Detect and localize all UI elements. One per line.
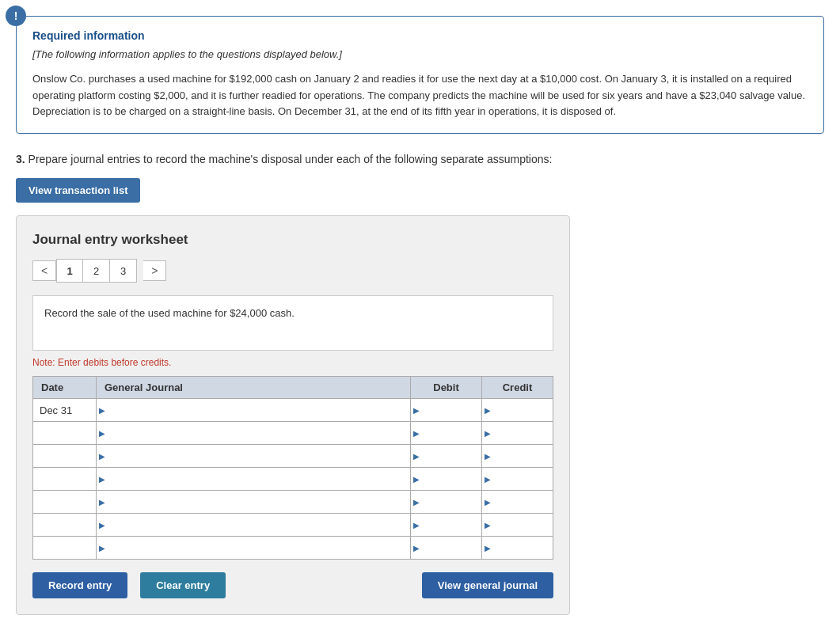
journal-input-0[interactable]: [108, 399, 410, 421]
credit-input-2[interactable]: [493, 445, 553, 467]
journal-cell-6[interactable]: ▶: [97, 537, 411, 560]
journal-arrow-3: ▶: [97, 475, 108, 484]
view-general-journal-button[interactable]: View general journal: [422, 572, 553, 598]
journal-cell-5[interactable]: ▶: [97, 514, 411, 537]
credit-cell-5[interactable]: ▶: [482, 514, 553, 537]
journal-input-2[interactable]: [108, 445, 410, 467]
table-row: ▶▶▶: [33, 468, 553, 491]
journal-arrow-0: ▶: [97, 406, 108, 415]
credit-cell-1[interactable]: ▶: [482, 422, 553, 445]
debit-cell-2[interactable]: ▶: [411, 445, 482, 468]
debit-arrow-1: ▶: [411, 429, 422, 438]
debit-cell-3[interactable]: ▶: [411, 468, 482, 491]
pagination-prev[interactable]: <: [32, 260, 56, 281]
question-line: 3. Prepare journal entries to record the…: [16, 153, 824, 165]
clear-entry-button[interactable]: Clear entry: [140, 572, 226, 598]
journal-input-5[interactable]: [108, 514, 410, 536]
debit-cell-5[interactable]: ▶: [411, 514, 482, 537]
date-cell-3: [33, 468, 97, 491]
credit-input-6[interactable]: [493, 537, 553, 559]
journal-input-1[interactable]: [108, 422, 410, 444]
debit-cell-4[interactable]: ▶: [411, 491, 482, 514]
date-cell-0: Dec 31: [33, 399, 97, 422]
journal-cell-0[interactable]: ▶: [97, 399, 411, 422]
credit-arrow-5: ▶: [482, 521, 493, 530]
credit-input-1[interactable]: [493, 422, 553, 444]
date-cell-6: [33, 537, 97, 560]
pagination-page-1[interactable]: 1: [56, 259, 83, 283]
journal-input-3[interactable]: [108, 468, 410, 490]
credit-arrow-6: ▶: [482, 544, 493, 552]
credit-cell-0[interactable]: ▶: [482, 399, 553, 422]
description-box: Record the sale of the used machine for …: [32, 295, 553, 351]
credit-arrow-1: ▶: [482, 429, 493, 438]
journal-cell-1[interactable]: ▶: [97, 422, 411, 445]
journal-input-4[interactable]: [108, 491, 410, 513]
info-icon: !: [6, 6, 26, 26]
journal-arrow-4: ▶: [97, 498, 108, 507]
question-number: 3.: [16, 153, 25, 165]
debit-arrow-6: ▶: [411, 544, 422, 552]
credit-cell-3[interactable]: ▶: [482, 468, 553, 491]
credit-arrow-2: ▶: [482, 452, 493, 461]
info-body: Onslow Co. purchases a used machine for …: [32, 71, 808, 120]
journal-input-6[interactable]: [108, 537, 410, 559]
col-header-debit: Debit: [411, 377, 482, 399]
date-cell-5: [33, 514, 97, 537]
debit-input-0[interactable]: [422, 399, 481, 421]
date-cell-4: [33, 491, 97, 514]
info-box: ! Required information [The following in…: [16, 16, 824, 134]
debit-cell-0[interactable]: ▶: [411, 399, 482, 422]
debit-cell-1[interactable]: ▶: [411, 422, 482, 445]
col-header-credit: Credit: [482, 377, 553, 399]
debit-arrow-3: ▶: [411, 475, 422, 484]
journal-cell-3[interactable]: ▶: [97, 468, 411, 491]
credit-arrow-0: ▶: [482, 406, 493, 415]
debit-input-2[interactable]: [422, 445, 481, 467]
record-entry-button[interactable]: Record entry: [32, 572, 127, 598]
table-row: ▶▶▶: [33, 514, 553, 537]
pagination: < 1 2 3 >: [32, 259, 553, 283]
question-text: Prepare journal entries to record the ma…: [29, 153, 553, 165]
journal-cell-4[interactable]: ▶: [97, 491, 411, 514]
debit-arrow-2: ▶: [411, 452, 422, 461]
pagination-page-2[interactable]: 2: [83, 259, 110, 283]
debit-input-3[interactable]: [422, 468, 481, 490]
credit-input-5[interactable]: [493, 514, 553, 536]
debit-input-5[interactable]: [422, 514, 481, 536]
view-transaction-button[interactable]: View transaction list: [16, 178, 140, 203]
table-row: ▶▶▶: [33, 445, 553, 468]
credit-cell-4[interactable]: ▶: [482, 491, 553, 514]
debit-input-6[interactable]: [422, 537, 481, 559]
pagination-next[interactable]: >: [143, 260, 166, 281]
pagination-page-3[interactable]: 3: [110, 259, 137, 283]
info-subtitle: [The following information applies to th…: [32, 47, 808, 63]
table-row: ▶▶▶: [33, 537, 553, 560]
credit-input-0[interactable]: [493, 399, 553, 421]
credit-arrow-4: ▶: [482, 498, 493, 507]
credit-input-4[interactable]: [493, 491, 553, 513]
date-cell-2: [33, 445, 97, 468]
debit-input-4[interactable]: [422, 491, 481, 513]
worksheet-container: Journal entry worksheet < 1 2 3 > Record…: [16, 215, 570, 615]
credit-cell-2[interactable]: ▶: [482, 445, 553, 468]
table-row: ▶▶▶: [33, 422, 553, 445]
debit-arrow-5: ▶: [411, 521, 422, 530]
debit-cell-6[interactable]: ▶: [411, 537, 482, 560]
journal-arrow-6: ▶: [97, 544, 108, 552]
table-row: Dec 31▶▶▶: [33, 399, 553, 422]
credit-input-3[interactable]: [493, 468, 553, 490]
debit-input-1[interactable]: [422, 422, 481, 444]
journal-arrow-2: ▶: [97, 452, 108, 461]
debit-arrow-0: ▶: [411, 406, 422, 415]
table-row: ▶▶▶: [33, 491, 553, 514]
col-header-date: Date: [33, 377, 97, 399]
col-header-journal: General Journal: [97, 377, 411, 399]
note-text: Note: Enter debits before credits.: [32, 357, 553, 368]
journal-cell-2[interactable]: ▶: [97, 445, 411, 468]
debit-arrow-4: ▶: [411, 498, 422, 507]
journal-arrow-1: ▶: [97, 429, 108, 438]
bottom-buttons: Record entry Clear entry View general jo…: [32, 572, 553, 598]
credit-cell-6[interactable]: ▶: [482, 537, 553, 560]
journal-table: Date General Journal Debit Credit Dec 31…: [32, 376, 553, 560]
